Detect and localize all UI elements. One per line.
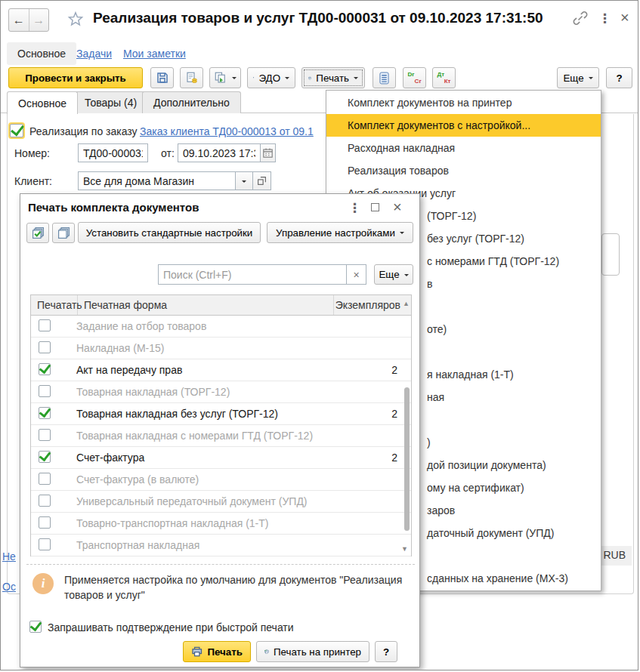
- print-to-printer-button[interactable]: Печать на принтер: [256, 641, 369, 662]
- tab-main[interactable]: Основное: [7, 91, 78, 114]
- tab-extra[interactable]: Дополнительно: [142, 91, 241, 113]
- uncheck-all-button[interactable]: [52, 223, 75, 243]
- nav-tab-main[interactable]: Основное: [7, 42, 76, 65]
- scroll-up-icon[interactable]: ▲: [403, 300, 410, 307]
- row-checkbox[interactable]: [39, 341, 51, 353]
- calendar-button[interactable]: [260, 143, 276, 162]
- client-open-button[interactable]: [252, 171, 271, 190]
- dtkt-entries-button[interactable]: ДтКт: [432, 67, 456, 88]
- table-row[interactable]: Универсальный передаточный документ (УПД…: [31, 491, 411, 513]
- date-input[interactable]: [178, 143, 261, 162]
- drcr-entries-button[interactable]: DrCr: [403, 67, 426, 88]
- back-button[interactable]: ←: [9, 9, 29, 31]
- order-checkbox[interactable]: [10, 124, 23, 137]
- print-menu-item[interactable]: Реализация товаров: [326, 159, 601, 182]
- copy-link-icon[interactable]: [573, 11, 588, 26]
- row-checkbox[interactable]: [39, 451, 51, 463]
- print-button[interactable]: Печать: [301, 67, 365, 88]
- window-close-icon[interactable]: ×: [620, 11, 629, 24]
- dialog-title: Печать комплекта документов: [28, 201, 199, 214]
- print-form-name: Счет-фактура (в валюте): [76, 473, 375, 486]
- dialog-help-button[interactable]: ?: [375, 641, 397, 662]
- row-checkbox[interactable]: [39, 429, 51, 441]
- row-checkbox[interactable]: [39, 363, 51, 375]
- edo-exchange-icon: [253, 72, 254, 85]
- customer-order-link[interactable]: Заказ клиента ТД00-000013 от 09.1: [140, 125, 326, 137]
- row-checkbox[interactable]: [39, 385, 51, 397]
- chevron-down-icon: [404, 274, 409, 279]
- floppy-icon: [156, 71, 169, 85]
- create-based-on-button[interactable]: [209, 67, 241, 88]
- printer-icon: [308, 72, 311, 84]
- client-input[interactable]: [78, 171, 236, 190]
- dialog-close-icon[interactable]: ×: [393, 200, 402, 214]
- print-menu-item[interactable]: Расходная накладная: [326, 137, 601, 159]
- client-dropdown-button[interactable]: [235, 171, 253, 190]
- confirm-quick-print-checkbox[interactable]: [29, 621, 42, 633]
- row-checkbox[interactable]: [39, 538, 51, 550]
- forward-button[interactable]: →: [29, 9, 49, 31]
- help-button[interactable]: ?: [606, 67, 632, 88]
- copies-count: 2: [375, 364, 411, 376]
- table-row[interactable]: Акт на передачу прав2: [31, 359, 411, 381]
- favorite-star-icon[interactable]: [67, 11, 84, 27]
- row-checkbox[interactable]: [39, 319, 51, 331]
- date-label: от:: [161, 147, 175, 159]
- number-input[interactable]: [78, 143, 148, 162]
- row-checkbox[interactable]: [39, 473, 51, 485]
- print-menu-item[interactable]: Комплект документов на принтер: [326, 91, 601, 114]
- column-copies[interactable]: Экземпляров: [334, 295, 411, 315]
- printer-check-icon: [264, 646, 269, 657]
- chevron-down-icon: [400, 232, 404, 236]
- dialog-maximize-icon[interactable]: [371, 203, 379, 211]
- table-row[interactable]: Задание на отбор товаров: [31, 316, 411, 338]
- row-checkbox[interactable]: [39, 516, 51, 529]
- table-row[interactable]: Товарная накладная без услуг (ТОРГ-12)2: [31, 403, 411, 425]
- page-title: Реализация товаров и услуг ТД00-000031 о…: [93, 10, 543, 26]
- nav-tab-notes[interactable]: Мои заметки: [123, 48, 186, 60]
- table-row[interactable]: Транспортная накладная: [31, 535, 411, 556]
- nav-tab-tasks[interactable]: Задачи: [76, 48, 112, 60]
- tab-goods[interactable]: Товары (4): [73, 91, 148, 113]
- row-checkbox[interactable]: [39, 495, 51, 507]
- print-form-name: Товарно-транспортная накладная (1-Т): [76, 517, 375, 529]
- search-clear-button[interactable]: ×: [347, 264, 366, 285]
- manage-settings-button[interactable]: Управление настройками: [267, 222, 413, 243]
- table-row[interactable]: Счет-фактура (в валюте): [31, 469, 411, 491]
- dialog-menu-icon[interactable]: ⋮: [348, 200, 361, 216]
- set-standard-settings-button[interactable]: Установить стандартные настройки: [78, 222, 261, 243]
- print-form-name: Универсальный передаточный документ (УПД…: [76, 495, 375, 507]
- scrollbar-thumb[interactable]: [404, 387, 410, 531]
- check-all-button[interactable]: [26, 223, 49, 243]
- print-menu-item[interactable]: Комплект документов с настройкой...: [326, 114, 601, 137]
- table-row[interactable]: Товарная накладная (ТОРГ-12): [31, 381, 411, 403]
- column-form-name[interactable]: Печатная форма: [78, 295, 334, 315]
- print-to-printer-label: Печать на принтер: [274, 646, 361, 658]
- table-row[interactable]: Товарная накладная с номерами ГТД (ТОРГ-…: [31, 425, 411, 447]
- edo-button[interactable]: ЭДО: [247, 67, 295, 88]
- document-movements-button[interactable]: [373, 67, 396, 88]
- table-row[interactable]: Накладная (М-15): [31, 338, 411, 359]
- post-and-close-button[interactable]: Провести и закрыть: [8, 67, 143, 88]
- hidden-link-fragment[interactable]: Ос: [2, 581, 18, 593]
- uncheck-all-icon: [57, 226, 71, 240]
- table-row[interactable]: Товарно-транспортная накладная (1-Т): [31, 513, 411, 535]
- table-more-button[interactable]: Еще: [374, 264, 413, 285]
- row-checkbox[interactable]: [39, 407, 51, 419]
- document-coins-icon: [185, 71, 199, 85]
- scroll-down-icon[interactable]: ▼: [401, 545, 408, 553]
- dialog-print-label: Печать: [207, 646, 243, 658]
- column-print[interactable]: Печатать: [31, 295, 78, 315]
- table-row[interactable]: Счет-фактура2: [31, 447, 411, 469]
- chevron-down-icon: [589, 77, 593, 82]
- post-document-button[interactable]: [180, 67, 203, 88]
- hidden-link-fragment[interactable]: Не: [2, 550, 18, 563]
- background-field-fragment: [601, 233, 620, 276]
- search-input[interactable]: [158, 264, 347, 285]
- window-menu-icon[interactable]: ⋮: [598, 11, 611, 26]
- more-button[interactable]: Еще: [557, 67, 599, 88]
- table-header: Печатать Печатная форма Экземпляров: [31, 295, 411, 316]
- check-all-icon: [31, 226, 45, 240]
- dialog-print-button[interactable]: Печать: [183, 641, 251, 662]
- save-button[interactable]: [150, 67, 174, 88]
